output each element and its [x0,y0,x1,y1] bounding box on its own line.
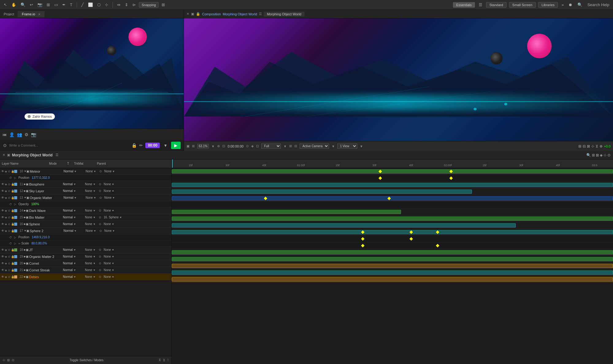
timeline-menu-icon[interactable]: ☰ [56,153,59,157]
lock-10[interactable]: 🔒 [11,170,14,173]
prev-frame-icon[interactable]: ⏮ [2,132,7,137]
parent-arrow-20[interactable]: ▼ [112,262,114,265]
solo-16[interactable]: ⊙ [8,223,11,226]
quality-dropdown[interactable]: ▼ [283,144,287,148]
mode-arrow-16[interactable]: ▼ [73,223,76,226]
eye-22[interactable]: 👁 [1,275,5,278]
timecode-icon-2[interactable]: ◈ [251,144,254,148]
timeline-icon-2[interactable]: ⊠ [596,153,599,157]
eye-15[interactable]: 👁 [1,216,5,219]
trkmat-arrow-18[interactable]: ▼ [93,248,96,251]
layer-row-comet-streak[interactable]: 👁 ◈ ⊙ 🔒 21 ▶ ▣ Comet Streak Normal ▼ [0,267,171,274]
parent-arrow-22[interactable]: ▼ [112,275,114,278]
layer-row-organic-matter[interactable]: 👁 ◈ ⊙ 🔒 13 ▼ ▣ Organic Matter Normal ▼ [0,194,171,201]
eye-10[interactable]: 👁 [1,170,5,173]
tab-project[interactable]: Project [0,11,18,17]
3d-ctrl-icon[interactable]: ⊹ [591,144,594,148]
lock-13[interactable]: 🔒 [11,196,14,199]
user-camera-icon[interactable]: 📷 [31,132,36,137]
zoom-display[interactable]: 63.1% [197,144,209,148]
parent-arrow-16[interactable]: ▼ [112,223,114,226]
bottom-icon-2[interactable]: ⊞ [7,358,10,362]
layer-row-biosphere[interactable]: 👁 ◈ ⊙ 🔒 11 ▶ ▣ Biosphere Normal ▼ [0,181,171,188]
layer-row-sphere2[interactable]: 👁 ◈ ⊙ 🔒 17 ▼ ▣ Sphere 2 Normal ▼ [0,228,171,234]
sub-stopwatch-10[interactable]: ⏱ [9,176,14,179]
solo-10[interactable]: ⊙ [8,170,11,173]
workspace-small-screen[interactable]: Small Screen [509,2,536,8]
solo-12[interactable]: ⊙ [8,190,11,193]
workspace-essentials[interactable]: Essentials [453,2,475,8]
lock-15[interactable]: 🔒 [11,216,14,219]
mode-arrow-15[interactable]: ▼ [73,216,76,219]
lock-11[interactable]: 🔒 [11,183,14,186]
parent-arrow-17[interactable]: ▼ [112,229,115,232]
lock-18[interactable]: 🔒 [11,248,14,251]
close-frameio-icon[interactable]: ✕ [38,13,40,16]
trkmat-arrow-11[interactable]: ▼ [93,183,96,186]
parent-arrow-14[interactable]: ▼ [112,209,114,212]
magnet-icon[interactable]: ⊳ [131,2,137,8]
record-icon[interactable]: ⏺ [567,2,574,8]
trkmat-arrow-15[interactable]: ▼ [93,216,96,219]
solo-17[interactable]: ⊙ [8,229,11,232]
solo-21[interactable]: ⊙ [8,269,11,272]
lock-12[interactable]: 🔒 [11,190,14,193]
zoom-tool-icon[interactable]: 🔍 [19,2,27,8]
eye-20[interactable]: 👁 [1,262,5,265]
sub-stopwatch-17a[interactable]: ⏱ [9,236,14,239]
playhead[interactable] [172,159,173,168]
rulers-ctrl-icon[interactable]: ⊠ [587,144,590,148]
timeline-icon-5[interactable]: ⊙ [607,153,611,157]
parent-arrow-18[interactable]: ▼ [112,248,114,251]
camera-icon[interactable]: 📷 [36,2,44,8]
parent-arrow-19[interactable]: ▼ [112,255,114,258]
grid-ctrl-icon[interactable]: ⊞ [578,144,581,148]
bottom-icon-1[interactable]: ⊹ [2,358,5,362]
more-workspaces-icon[interactable]: » [560,2,565,8]
comp-ctrl-icon-3[interactable]: ⊕ [217,144,220,148]
layer-row-comet[interactable]: 👁 ◈ ⊙ 🔒 20 ▶ ▣ Comet Normal ▼ [0,260,171,267]
eye-13[interactable]: 👁 [1,196,5,199]
parent-arrow-21[interactable]: ▼ [112,269,114,272]
mode-arrow-11[interactable]: ▼ [73,183,76,186]
eye-18[interactable]: 👁 [1,248,5,251]
lock-20[interactable]: 🔒 [11,262,14,265]
link-icon-17[interactable]: ∞ [18,242,20,245]
solo-22[interactable]: ⊙ [8,275,11,278]
timeline-search-icon[interactable]: 🔍 [586,153,591,157]
brush-tool-icon[interactable]: ╱ [80,2,85,8]
lock-22[interactable]: 🔒 [11,275,14,278]
layer-row-sphere[interactable]: 👁 ◈ ⊙ 🔒 16 ▶ ▣ Sphere Normal ▼ [0,221,171,228]
trkmat-arrow-22[interactable]: ▼ [93,275,96,278]
eye-14[interactable]: 👁 [1,209,5,212]
bottom-icon-6[interactable]: ⊺ [167,358,169,362]
mode-arrow-13[interactable]: ▼ [74,196,77,199]
eye-16[interactable]: 👁 [1,222,5,226]
trkmat-arrow-12[interactable]: ▼ [93,190,96,193]
reset-ctrl-icon[interactable]: ⊕ [600,144,603,148]
comment-input[interactable] [9,144,129,147]
lock-19[interactable]: 🔒 [11,255,14,258]
time-dropdown-icon[interactable]: ▼ [162,143,169,148]
timecode-icon-3[interactable]: ⊡ [256,144,259,148]
mode-arrow-22[interactable]: ▼ [73,275,76,278]
trkmat-arrow-14[interactable]: ▼ [93,209,96,212]
lock-21[interactable]: 🔒 [11,269,14,272]
user-icon-2[interactable]: 👥 [17,132,22,137]
tab-frameio[interactable]: Frame.io ✕ [18,11,44,17]
solo-18[interactable]: ⊙ [8,248,11,251]
timecode-icon-1[interactable]: ⊙ [246,144,249,148]
puppet-icon[interactable]: ⊹ [104,2,109,8]
align-icon[interactable]: ⇔ [116,2,122,8]
comp-ctrl-icon-5[interactable]: ⊞ [289,144,292,148]
lock-17[interactable]: 🔒 [11,229,14,232]
layer-row-bio-matter[interactable]: 👁 ◈ ⊙ 🔒 15 ▶ ▣ Bio Matter Normal ▼ [0,214,171,221]
mode-arrow-14[interactable]: ▼ [73,209,76,212]
sub-stopwatch-17b[interactable]: ⏱ [9,242,14,245]
lock-14[interactable]: 🔒 [11,209,14,212]
eye-12[interactable]: 👁 [1,189,5,193]
mode-arrow-20[interactable]: ▼ [73,262,76,265]
parent-arrow-13[interactable]: ▼ [112,196,115,199]
timeline-icon-3[interactable]: ◈ [600,153,603,157]
lock-icon[interactable]: 🔒 [132,143,137,148]
